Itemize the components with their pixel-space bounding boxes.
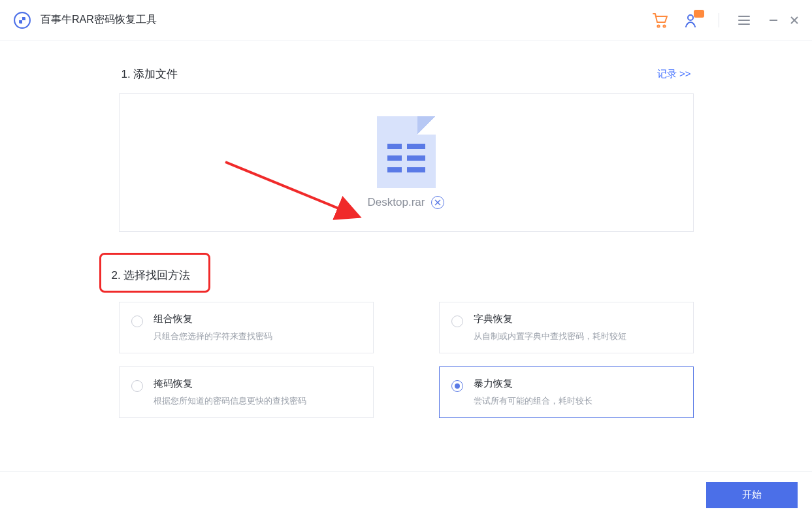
main-content: 1. 添加文件 记录 >> Desktop.rar 2. 选择找 — [0, 40, 812, 418]
svg-rect-2 — [19, 17, 22, 20]
svg-point-4 — [657, 25, 659, 27]
start-button[interactable]: 开始 — [706, 482, 798, 508]
method-title: 掩码恢复 — [154, 378, 306, 390]
separator — [719, 13, 719, 27]
method-title: 暴力恢复 — [474, 378, 593, 390]
method-title: 组合恢复 — [154, 313, 272, 325]
cart-icon[interactable] — [652, 12, 669, 28]
records-link[interactable]: 记录 >> — [657, 68, 691, 80]
radio-icon — [451, 380, 463, 392]
method-option-0[interactable]: 组合恢复只组合您选择的字符来查找密码 — [119, 302, 374, 353]
method-option-1[interactable]: 字典恢复从自制或内置字典中查找密码，耗时较短 — [439, 302, 694, 353]
menu-icon[interactable] — [738, 15, 751, 25]
close-icon[interactable] — [790, 16, 799, 25]
step1-title: 1. 添加文件 — [122, 67, 178, 82]
footer-bar: 开始 — [0, 471, 812, 518]
svg-point-5 — [663, 25, 665, 27]
user-icon[interactable] — [683, 12, 700, 28]
remove-file-button[interactable] — [431, 196, 444, 209]
app-title: 百事牛RAR密码恢复工具 — [41, 13, 157, 27]
method-desc: 根据您所知道的密码信息更快的查找密码 — [154, 395, 306, 407]
method-option-2[interactable]: 掩码恢复根据您所知道的密码信息更快的查找密码 — [119, 366, 374, 418]
file-icon — [377, 116, 436, 188]
app-logo-icon — [13, 11, 31, 29]
method-desc: 尝试所有可能的组合，耗时较长 — [474, 395, 593, 407]
step1-header: 1. 添加文件 记录 >> — [119, 67, 694, 82]
step2-highlight: 2. 选择找回方法 — [99, 253, 211, 293]
svg-point-6 — [688, 15, 693, 20]
radio-icon — [451, 316, 463, 327]
svg-rect-3 — [22, 20, 25, 24]
user-badge-icon — [694, 10, 704, 18]
minimize-icon[interactable] — [769, 16, 778, 25]
radio-icon — [131, 316, 143, 327]
method-desc: 从自制或内置字典中查找密码，耗时较短 — [474, 331, 626, 342]
method-desc: 只组合您选择的字符来查找密码 — [154, 331, 272, 342]
method-title: 字典恢复 — [474, 313, 626, 325]
file-name: Desktop.rar — [368, 196, 425, 209]
radio-icon — [131, 380, 143, 392]
step2-title: 2. 选择找回方法 — [112, 269, 191, 282]
title-bar: 百事牛RAR密码恢复工具 — [0, 0, 812, 40]
methods-grid: 组合恢复只组合您选择的字符来查找密码字典恢复从自制或内置字典中查找密码，耗时较短… — [119, 302, 694, 418]
file-dropzone[interactable]: Desktop.rar — [119, 93, 694, 232]
method-option-3[interactable]: 暴力恢复尝试所有可能的组合，耗时较长 — [439, 366, 694, 418]
